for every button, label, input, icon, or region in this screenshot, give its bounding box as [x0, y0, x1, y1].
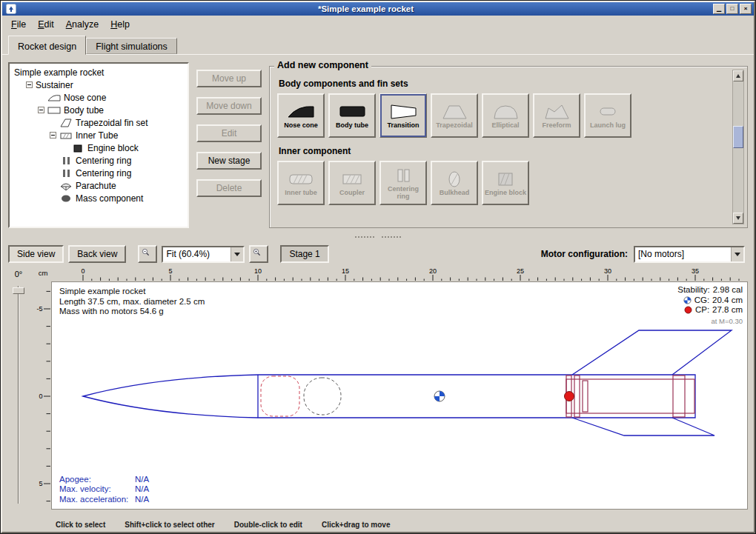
- tab-flight-simulations[interactable]: Flight simulations: [86, 38, 177, 54]
- status-hint: Click to select: [56, 521, 105, 532]
- scroll-down-arrow-icon[interactable]: [733, 213, 743, 224]
- menu-help[interactable]: Help: [105, 17, 136, 32]
- app-icon[interactable]: [6, 4, 16, 14]
- zoom-value: Fit (60.4%): [163, 249, 231, 259]
- splitter-grip: [355, 236, 374, 238]
- elliptical-icon: [491, 102, 520, 121]
- engine-block-icon: [491, 170, 520, 189]
- nose-cone-icon: [286, 102, 316, 121]
- flight-stat-value: N/A: [135, 475, 149, 484]
- delete-button: Delete: [196, 179, 262, 197]
- minimize-button[interactable]: ▁: [713, 4, 725, 14]
- horizontal-ruler: 05101520253035: [51, 267, 748, 281]
- add-centering-ring-button: Centering ring: [379, 161, 427, 205]
- motor-mount[interactable]: [566, 376, 694, 417]
- component-button-label: Elliptical: [491, 122, 519, 130]
- inner-tube-icon: [286, 170, 316, 189]
- vertical-scrollbar[interactable]: [732, 70, 744, 224]
- component-tree[interactable]: Simple example rocketSustainerNose coneB…: [8, 62, 189, 228]
- rotation-control: 0°: [2, 267, 35, 518]
- parachute-marker[interactable]: [261, 376, 299, 416]
- side-view-button[interactable]: Side view: [8, 245, 64, 263]
- svg-text:20: 20: [429, 267, 437, 275]
- stability-info: Stability: 2.98 cal CG: 20.4 cm: [677, 285, 743, 326]
- add-component-body: Body components and fin setsNose coneBod…: [277, 79, 726, 205]
- stage-1-toggle[interactable]: Stage 1: [280, 245, 328, 263]
- flight-stat-label: Apogee:: [59, 475, 135, 485]
- move-down-button: Move down: [196, 97, 262, 115]
- tree-item-sustainer[interactable]: Sustainer: [11, 79, 186, 91]
- component-button-label: Launch lug: [590, 122, 626, 130]
- body-tube-icon: [337, 102, 367, 121]
- motor-configuration-select[interactable]: [No motors]: [634, 246, 745, 263]
- magnifier-plus-icon: [253, 248, 265, 260]
- rocket-canvas[interactable]: Simple example rocket Length 37.5 cm, ma…: [51, 281, 748, 510]
- splitter-grip: [382, 236, 401, 238]
- mach-note: at M=0.30: [677, 316, 743, 327]
- tree-item-engine-block[interactable]: Engine block: [11, 141, 186, 154]
- chevron-down-icon[interactable]: [731, 247, 743, 261]
- title-bar[interactable]: *Simple example rocket ▁□×: [2, 2, 754, 16]
- add-coupler-button: Coupler: [328, 161, 376, 205]
- tree-item-nose-cone[interactable]: Nose cone: [11, 91, 186, 104]
- add-freeform-button: Freeform: [533, 93, 580, 138]
- zoom-select[interactable]: Fit (60.4%): [162, 246, 245, 263]
- tree-item-body-tube[interactable]: Body tube: [11, 104, 186, 116]
- maximize-button[interactable]: □: [726, 4, 738, 14]
- cg-marker: [434, 391, 445, 401]
- tree-item-mass-component[interactable]: Mass component: [11, 192, 186, 204]
- tree-item-trapezoidal-fin-set[interactable]: Trapezoidal fin set: [11, 116, 186, 129]
- rotation-slider-track: [18, 286, 19, 504]
- tab-rocket-design[interactable]: Rocket design: [8, 36, 86, 55]
- tree-item-parachute[interactable]: Parachute: [11, 179, 186, 192]
- vertical-ruler: -505: [35, 281, 51, 510]
- rocket-design-pane: Simple example rocketSustainerNose coneB…: [2, 54, 754, 518]
- tree-item-centering-ring[interactable]: Centering ring: [11, 154, 186, 167]
- freeform-icon: [542, 102, 571, 121]
- rotation-slider[interactable]: [2, 281, 35, 508]
- add-launch-lug-button: Launch lug: [584, 93, 631, 138]
- component-button-label: Trapezoidal: [436, 122, 473, 130]
- split-divider[interactable]: [2, 233, 754, 241]
- collapse-toggle-icon[interactable]: [26, 81, 33, 88]
- collapse-toggle-icon[interactable]: [38, 107, 44, 113]
- rotation-slider-thumb[interactable]: [13, 287, 24, 294]
- scrollbar-thumb[interactable]: [733, 126, 743, 148]
- new-stage-button[interactable]: New stage: [196, 152, 262, 170]
- zoom-out-button[interactable]: [138, 245, 157, 263]
- app-window: *Simple example rocket ▁□× FileEditAnaly…: [0, 0, 756, 534]
- nose-cone-icon: [47, 93, 61, 102]
- status-bar: Click to selectShift+click to select oth…: [2, 518, 754, 532]
- ruler-unit-label: cm: [35, 267, 51, 281]
- rocket-info: Simple example rocket Length 37.5 cm, ma…: [59, 287, 205, 317]
- flight-data: Apogee:N/AMax. velocity:N/AMax. accelera…: [59, 475, 149, 505]
- menu-edit[interactable]: Edit: [32, 17, 60, 32]
- back-view-button[interactable]: Back view: [68, 245, 126, 263]
- tree-item-inner-tube[interactable]: Inner Tube: [11, 129, 186, 141]
- tab-bar: Rocket designFlight simulations: [2, 33, 754, 54]
- add-engine-block-button: Engine block: [482, 161, 529, 205]
- parachute-icon: [59, 181, 73, 190]
- tree-item-centering-ring[interactable]: Centering ring: [11, 167, 186, 179]
- scrollbar-track[interactable]: [733, 81, 743, 213]
- fins[interactable]: [572, 330, 732, 435]
- rotation-angle-label: 0°: [15, 267, 23, 281]
- mass-component-marker[interactable]: [304, 378, 341, 415]
- component-button-label: Body tube: [336, 122, 368, 130]
- add-body-tube-button[interactable]: Body tube: [328, 93, 376, 138]
- window-frame: *Simple example rocket ▁□× FileEditAnaly…: [1, 1, 755, 533]
- close-button[interactable]: ×: [740, 4, 752, 14]
- scroll-up-arrow-icon[interactable]: [733, 70, 743, 81]
- zoom-in-button[interactable]: [249, 245, 268, 263]
- menu-analyze[interactable]: Analyze: [60, 17, 105, 32]
- component-button-label: Inner tube: [285, 190, 317, 197]
- rocket-name: Simple example rocket: [59, 287, 205, 297]
- add-transition-button[interactable]: Transition: [379, 93, 427, 138]
- add-nose-cone-button[interactable]: Nose cone: [277, 93, 325, 138]
- transition-icon: [388, 102, 418, 121]
- chevron-down-icon[interactable]: [231, 247, 243, 261]
- menu-file[interactable]: File: [5, 17, 32, 32]
- motor-configuration-label: Motor configuration:: [541, 249, 628, 259]
- collapse-toggle-icon[interactable]: [50, 132, 56, 138]
- tree-item-simple-example-rocket[interactable]: Simple example rocket: [11, 66, 186, 79]
